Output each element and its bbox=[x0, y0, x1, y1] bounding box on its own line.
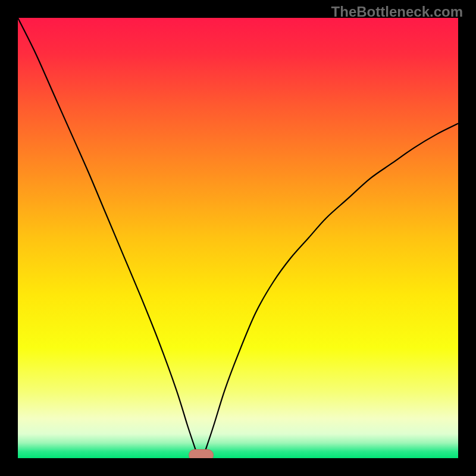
bottleneck-curve bbox=[18, 18, 458, 458]
watermark-text: TheBottleneck.com bbox=[331, 4, 463, 20]
chart-frame: TheBottleneck.com bbox=[0, 0, 476, 476]
optimal-marker bbox=[189, 449, 214, 458]
plot-area bbox=[18, 18, 458, 458]
